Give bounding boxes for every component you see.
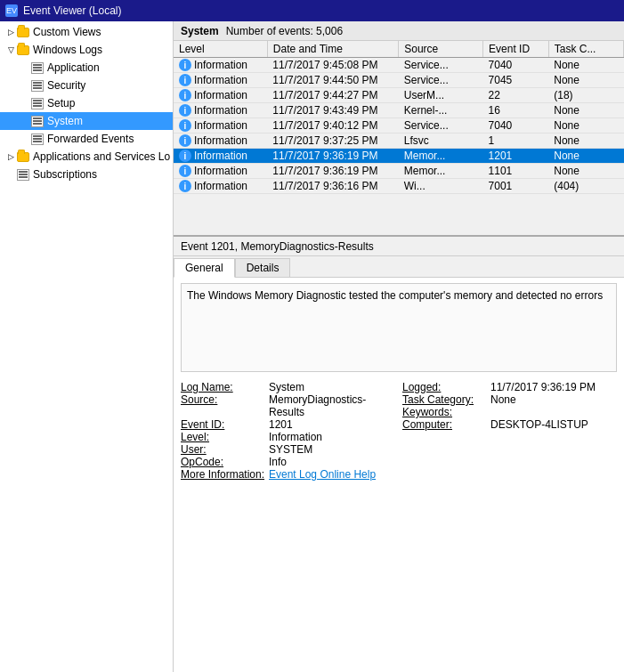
cell-task: None [548, 58, 623, 73]
sidebar-item-forwarded-events[interactable]: Forwarded Events [0, 130, 173, 148]
cell-level: i Information [174, 88, 267, 103]
meta-eventid-row: Event ID: 1201 [181, 418, 395, 431]
cell-eventid: 7001 [483, 179, 549, 194]
folder-icon-app-services [16, 150, 30, 163]
cell-task: None [548, 118, 623, 134]
table-row[interactable]: i Information 11/7/2017 9:44:27 PM UserM… [174, 88, 624, 103]
table-row[interactable]: i Information 11/7/2017 9:36:19 PM Memor… [174, 164, 624, 179]
info-icon: i [179, 165, 191, 177]
cell-eventid: 1101 [483, 164, 549, 179]
level-text: Information [194, 89, 247, 101]
sidebar-label-subscriptions: Subscriptions [33, 168, 97, 181]
cell-eventid: 1201 [483, 149, 549, 164]
tab-details[interactable]: Details [235, 258, 291, 277]
cell-task: None [548, 73, 623, 88]
table-row[interactable]: i Information 11/7/2017 9:44:50 PM Servi… [174, 73, 624, 88]
cell-level: i Information [174, 58, 267, 73]
cell-datetime: 11/7/2017 9:43:49 PM [267, 103, 398, 118]
sidebar-item-subscriptions[interactable]: Subscriptions [0, 166, 173, 183]
cell-eventid: 1 [483, 134, 549, 149]
cell-source: UserM... [399, 88, 483, 103]
meta-taskcategory-label: Task Category: [402, 393, 487, 406]
info-icon: i [179, 104, 191, 117]
meta-taskcategory-value: None [490, 393, 516, 406]
info-icon: i [179, 180, 191, 192]
sidebar-label-setup: Setup [47, 97, 75, 109]
table-row[interactable]: i Information 11/7/2017 9:37:25 PM Lfsvc… [174, 134, 624, 149]
meta-logname-label: Log Name: [181, 381, 265, 393]
cell-datetime: 11/7/2017 9:44:50 PM [267, 73, 398, 88]
cell-eventid: 7040 [483, 118, 549, 134]
tree-arrow-app-services: ▷ [5, 151, 16, 162]
sidebar-item-windows-logs[interactable]: ▽ Windows Logs [0, 41, 173, 59]
level-text: Information [194, 59, 247, 71]
app-icon: EV [5, 4, 18, 17]
panel-title: System [181, 25, 219, 37]
cell-eventid: 16 [483, 103, 549, 118]
cell-datetime: 11/7/2017 9:45:08 PM [267, 58, 398, 73]
event-table-container[interactable]: Level Date and Time Source Event ID Task… [174, 41, 624, 237]
cell-source: Memor... [399, 149, 483, 164]
meta-source-row: Source: MemoryDiagnostics-Results [181, 393, 395, 418]
meta-eventid-label: Event ID: [181, 418, 265, 431]
main-layout: ▷ Custom Views ▽ Windows Logs Applicatio… [0, 21, 624, 672]
cell-eventid: 7045 [483, 73, 549, 88]
table-row[interactable]: i Information 11/7/2017 9:43:49 PM Kerne… [174, 103, 624, 118]
cell-level: i Information [174, 103, 267, 118]
level-text: Information [194, 150, 247, 162]
tree-arrow-security [20, 80, 30, 91]
col-header-eventid: Event ID [483, 41, 549, 58]
event-detail-title: Event 1201, MemoryDiagnostics-Results [181, 240, 374, 253]
sidebar-item-custom-views[interactable]: ▷ Custom Views [0, 23, 173, 41]
sidebar-item-system[interactable]: System [0, 112, 173, 130]
cell-datetime: 11/7/2017 9:36:19 PM [267, 149, 398, 164]
meta-source-label: Source: [181, 393, 265, 406]
meta-source-value: MemoryDiagnostics-Results [269, 393, 395, 418]
meta-computer-label: Computer: [402, 418, 487, 431]
meta-left: Log Name: System System Source: MemoryDi… [181, 381, 395, 481]
sidebar-item-security[interactable]: Security [0, 77, 173, 94]
event-detail: Event 1201, MemoryDiagnostics-Results Ge… [174, 237, 624, 672]
meta-computer-value: DESKTOP-4LISTUP [490, 418, 588, 431]
panel-header: System Number of events: 5,006 [174, 21, 624, 41]
col-header-task: Task C... [548, 41, 623, 58]
col-header-datetime: Date and Time [267, 41, 398, 58]
cell-source: Service... [399, 58, 483, 73]
tree-arrow-custom-views: ▷ [5, 27, 16, 37]
meta-user-row: User: SYSTEM [181, 443, 395, 456]
table-row[interactable]: i Information 11/7/2017 9:36:19 PM Memor… [174, 149, 624, 164]
tab-general[interactable]: General [174, 258, 235, 278]
sidebar-label-security: Security [47, 79, 85, 92]
cell-task: None [548, 103, 623, 118]
cell-level: i Information [174, 149, 267, 164]
event-detail-tabs: General Details [174, 256, 624, 278]
event-meta: Log Name: System System Source: MemoryDi… [174, 377, 624, 484]
info-icon: i [179, 74, 191, 86]
cell-task: (18) [548, 88, 623, 103]
tree-arrow-setup [20, 98, 30, 109]
event-detail-header: Event 1201, MemoryDiagnostics-Results [174, 237, 624, 256]
folder-icon-custom-views [16, 26, 30, 38]
sidebar-label-custom-views: Custom Views [33, 26, 101, 38]
table-row[interactable]: i Information 11/7/2017 9:45:08 PM Servi… [174, 58, 624, 73]
cell-level: i Information [174, 118, 267, 134]
meta-opcode-label: OpCode: [181, 456, 265, 468]
sidebar-item-app-services[interactable]: ▷ Applications and Services Lo [0, 148, 173, 166]
cell-task: None [548, 134, 623, 149]
meta-keywords-row: Keywords: [402, 406, 617, 418]
cell-source: Service... [399, 73, 483, 88]
cell-datetime: 11/7/2017 9:40:12 PM [267, 118, 398, 134]
cell-source: Kernel-... [399, 103, 483, 118]
event-table: Level Date and Time Source Event ID Task… [174, 41, 624, 194]
cell-level: i Information [174, 73, 267, 88]
sidebar-item-setup[interactable]: Setup [0, 94, 173, 112]
level-text: Information [194, 180, 247, 192]
event-message-box: The Windows Memory Diagnostic tested the… [181, 283, 617, 372]
sidebar-item-application[interactable]: Application [0, 59, 173, 77]
table-row[interactable]: i Information 11/7/2017 9:36:16 PM Wi...… [174, 179, 624, 194]
info-icon: i [179, 134, 191, 147]
event-log-online-help-link[interactable]: Event Log Online Help [269, 468, 376, 481]
log-icon-forwarded-events [30, 133, 45, 145]
table-row[interactable]: i Information 11/7/2017 9:40:12 PM Servi… [174, 118, 624, 134]
meta-taskcategory-row: Task Category: None [402, 393, 617, 406]
